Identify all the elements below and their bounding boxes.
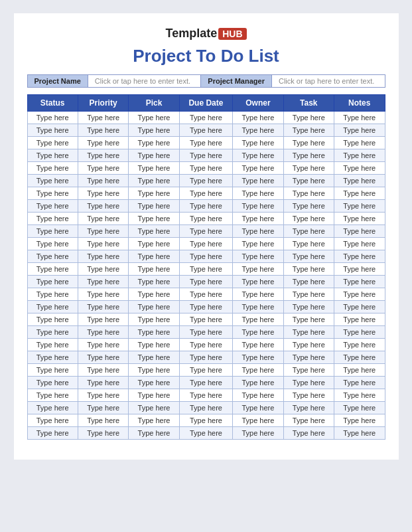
table-cell[interactable]: Type here bbox=[283, 238, 334, 250]
table-cell[interactable]: Type here bbox=[78, 149, 128, 162]
table-cell[interactable]: Type here bbox=[283, 301, 334, 313]
table-cell[interactable]: Type here bbox=[283, 276, 334, 288]
table-cell[interactable]: Type here bbox=[27, 427, 78, 440]
table-cell[interactable]: Type here bbox=[179, 175, 232, 187]
table-cell[interactable]: Type here bbox=[78, 301, 128, 313]
table-cell[interactable]: Type here bbox=[129, 187, 179, 200]
table-cell[interactable]: Type here bbox=[334, 339, 385, 351]
table-cell[interactable]: Type here bbox=[78, 263, 128, 276]
table-cell[interactable]: Type here bbox=[233, 162, 283, 175]
table-cell[interactable]: Type here bbox=[179, 162, 232, 175]
table-cell[interactable]: Type here bbox=[179, 225, 232, 238]
table-cell[interactable]: Type here bbox=[78, 377, 128, 389]
table-cell[interactable]: Type here bbox=[27, 250, 78, 263]
table-cell[interactable]: Type here bbox=[27, 213, 78, 225]
table-cell[interactable]: Type here bbox=[179, 427, 232, 440]
table-cell[interactable]: Type here bbox=[283, 263, 334, 276]
table-cell[interactable]: Type here bbox=[334, 414, 385, 427]
table-cell[interactable]: Type here bbox=[283, 364, 334, 377]
table-cell[interactable]: Type here bbox=[129, 263, 179, 276]
project-manager-input[interactable]: Click or tap here to enter text. bbox=[272, 74, 385, 88]
table-cell[interactable]: Type here bbox=[129, 149, 179, 162]
table-cell[interactable]: Type here bbox=[283, 250, 334, 263]
table-cell[interactable]: Type here bbox=[179, 263, 232, 276]
table-cell[interactable]: Type here bbox=[283, 288, 334, 301]
table-cell[interactable]: Type here bbox=[179, 250, 232, 263]
table-cell[interactable]: Type here bbox=[78, 137, 128, 149]
table-cell[interactable]: Type here bbox=[27, 414, 78, 427]
table-cell[interactable]: Type here bbox=[78, 288, 128, 301]
table-cell[interactable]: Type here bbox=[334, 389, 385, 402]
table-cell[interactable]: Type here bbox=[233, 339, 283, 351]
table-cell[interactable]: Type here bbox=[27, 402, 78, 414]
table-cell[interactable]: Type here bbox=[283, 162, 334, 175]
table-cell[interactable]: Type here bbox=[334, 263, 385, 276]
table-cell[interactable]: Type here bbox=[129, 175, 179, 187]
project-name-input[interactable]: Click or tap here to enter text. bbox=[88, 74, 202, 88]
table-cell[interactable]: Type here bbox=[179, 137, 232, 149]
table-cell[interactable]: Type here bbox=[129, 124, 179, 137]
table-cell[interactable]: Type here bbox=[233, 200, 283, 213]
table-cell[interactable]: Type here bbox=[78, 250, 128, 263]
table-cell[interactable]: Type here bbox=[78, 414, 128, 427]
table-cell[interactable]: Type here bbox=[129, 402, 179, 414]
table-cell[interactable]: Type here bbox=[129, 301, 179, 313]
table-cell[interactable]: Type here bbox=[27, 313, 78, 326]
table-cell[interactable]: Type here bbox=[78, 175, 128, 187]
table-cell[interactable]: Type here bbox=[334, 377, 385, 389]
table-cell[interactable]: Type here bbox=[27, 326, 78, 339]
table-cell[interactable]: Type here bbox=[27, 137, 78, 149]
table-cell[interactable]: Type here bbox=[233, 225, 283, 238]
table-cell[interactable]: Type here bbox=[179, 288, 232, 301]
table-cell[interactable]: Type here bbox=[334, 149, 385, 162]
table-cell[interactable]: Type here bbox=[179, 313, 232, 326]
table-cell[interactable]: Type here bbox=[78, 112, 128, 124]
table-cell[interactable]: Type here bbox=[233, 377, 283, 389]
table-cell[interactable]: Type here bbox=[27, 263, 78, 276]
table-cell[interactable]: Type here bbox=[129, 288, 179, 301]
table-cell[interactable]: Type here bbox=[179, 351, 232, 364]
table-cell[interactable]: Type here bbox=[129, 238, 179, 250]
table-cell[interactable]: Type here bbox=[27, 175, 78, 187]
table-cell[interactable]: Type here bbox=[334, 276, 385, 288]
table-cell[interactable]: Type here bbox=[283, 402, 334, 414]
table-cell[interactable]: Type here bbox=[283, 200, 334, 213]
table-cell[interactable]: Type here bbox=[233, 288, 283, 301]
table-cell[interactable]: Type here bbox=[283, 313, 334, 326]
table-cell[interactable]: Type here bbox=[334, 364, 385, 377]
table-cell[interactable]: Type here bbox=[27, 301, 78, 313]
table-cell[interactable]: Type here bbox=[334, 175, 385, 187]
table-cell[interactable]: Type here bbox=[334, 301, 385, 313]
table-cell[interactable]: Type here bbox=[334, 427, 385, 440]
table-cell[interactable]: Type here bbox=[233, 263, 283, 276]
table-cell[interactable]: Type here bbox=[78, 402, 128, 414]
table-cell[interactable]: Type here bbox=[78, 339, 128, 351]
table-cell[interactable]: Type here bbox=[179, 326, 232, 339]
table-cell[interactable]: Type here bbox=[129, 427, 179, 440]
table-cell[interactable]: Type here bbox=[179, 364, 232, 377]
table-cell[interactable]: Type here bbox=[129, 377, 179, 389]
table-cell[interactable]: Type here bbox=[179, 112, 232, 124]
table-cell[interactable]: Type here bbox=[283, 225, 334, 238]
table-cell[interactable]: Type here bbox=[27, 162, 78, 175]
table-cell[interactable]: Type here bbox=[283, 175, 334, 187]
table-cell[interactable]: Type here bbox=[334, 200, 385, 213]
table-cell[interactable]: Type here bbox=[233, 427, 283, 440]
table-cell[interactable]: Type here bbox=[179, 301, 232, 313]
table-cell[interactable]: Type here bbox=[78, 225, 128, 238]
table-cell[interactable]: Type here bbox=[334, 213, 385, 225]
table-cell[interactable]: Type here bbox=[334, 288, 385, 301]
table-cell[interactable]: Type here bbox=[233, 175, 283, 187]
table-cell[interactable]: Type here bbox=[78, 162, 128, 175]
table-cell[interactable]: Type here bbox=[27, 149, 78, 162]
table-cell[interactable]: Type here bbox=[27, 276, 78, 288]
table-cell[interactable]: Type here bbox=[78, 364, 128, 377]
table-cell[interactable]: Type here bbox=[334, 225, 385, 238]
table-cell[interactable]: Type here bbox=[129, 414, 179, 427]
table-cell[interactable]: Type here bbox=[179, 414, 232, 427]
table-cell[interactable]: Type here bbox=[283, 124, 334, 137]
table-cell[interactable]: Type here bbox=[283, 389, 334, 402]
table-cell[interactable]: Type here bbox=[233, 276, 283, 288]
table-cell[interactable]: Type here bbox=[27, 187, 78, 200]
table-cell[interactable]: Type here bbox=[129, 313, 179, 326]
